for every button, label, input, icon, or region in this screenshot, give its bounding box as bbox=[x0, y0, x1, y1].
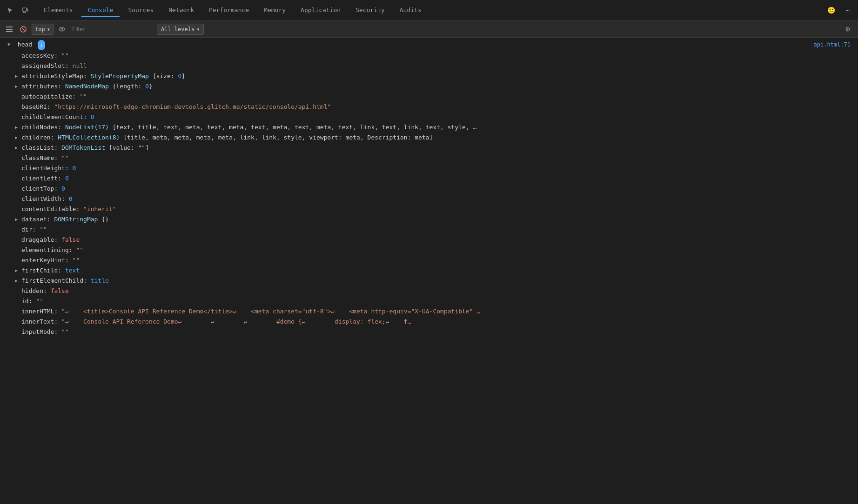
eye-icon[interactable] bbox=[56, 24, 67, 35]
tab-security[interactable]: Security bbox=[349, 4, 391, 17]
more-icon[interactable]: ⋯ bbox=[841, 4, 854, 17]
svg-rect-6 bbox=[6, 29, 13, 30]
tab-elements[interactable]: Elements bbox=[37, 4, 80, 17]
cursor-icon[interactable] bbox=[4, 4, 17, 17]
levels-selector[interactable]: All levels ▾ bbox=[157, 24, 204, 35]
prop-children[interactable]: children: HTMLCollection(8) [title, meta… bbox=[0, 133, 858, 143]
tab-bar: Elements Console Sources Network Perform… bbox=[0, 0, 858, 21]
expand-arrow[interactable] bbox=[15, 215, 20, 224]
prop-clientHeight: clientHeight: 0 bbox=[0, 163, 858, 173]
expand-arrow[interactable] bbox=[15, 123, 20, 132]
chevron-down-icon: ▾ bbox=[196, 26, 200, 33]
console-output: api.html:71 head i accessKey: "" assigne… bbox=[0, 38, 858, 504]
context-label: top bbox=[35, 26, 45, 33]
prop-contentEditable: contentEditable: "inherit" bbox=[0, 204, 858, 214]
toolbar-right: ⚙ bbox=[841, 23, 854, 36]
head-label: head bbox=[14, 40, 36, 49]
settings-icon[interactable]: ⚙ bbox=[841, 23, 854, 36]
svg-rect-7 bbox=[6, 31, 13, 32]
levels-label: All levels bbox=[161, 26, 194, 33]
tab-network[interactable]: Network bbox=[162, 4, 201, 17]
expand-arrow[interactable] bbox=[15, 72, 20, 81]
prop-innerHTML: innerHTML: "↵ <title>Console API Referen… bbox=[0, 306, 858, 317]
context-selector[interactable]: top ▾ bbox=[32, 24, 54, 35]
prop-id: id: "" bbox=[0, 296, 858, 306]
prop-dataset[interactable]: dataset: DOMStringMap {} bbox=[0, 214, 858, 225]
prop-clientTop: clientTop: 0 bbox=[0, 184, 858, 194]
tab-bar-icons bbox=[4, 4, 32, 17]
prop-attributeStyleMap[interactable]: attributeStyleMap: StylePropertyMap {siz… bbox=[0, 71, 858, 81]
source-link[interactable]: api.html:71 bbox=[814, 41, 851, 48]
prop-dir: dir: "" bbox=[0, 225, 858, 235]
prop-inputMode: inputMode: "" bbox=[0, 327, 858, 337]
sidebar-toggle-button[interactable] bbox=[4, 24, 15, 35]
prop-baseURI: baseURI: "https://microsoft-edge-chromiu… bbox=[0, 102, 858, 112]
device-icon[interactable] bbox=[19, 4, 32, 17]
prop-assignedSlot: assignedSlot: null bbox=[0, 61, 858, 71]
chevron-down-icon: ▾ bbox=[47, 26, 50, 33]
prop-accessKey: accessKey: "" bbox=[0, 51, 858, 61]
svg-rect-1 bbox=[27, 9, 28, 11]
tab-bar-right: 🙂 ⋯ bbox=[824, 4, 854, 17]
filter-input[interactable] bbox=[70, 25, 154, 33]
tab-application[interactable]: Application bbox=[294, 4, 347, 17]
prop-childElementCount: childElementCount: 8 bbox=[0, 112, 858, 122]
prop-childNodes[interactable]: childNodes: NodeList(17) [text, title, t… bbox=[0, 122, 858, 133]
tab-memory[interactable]: Memory bbox=[257, 4, 292, 17]
expand-arrow[interactable] bbox=[15, 266, 20, 275]
prop-autocapitalize: autocapitalize: "" bbox=[0, 92, 858, 102]
prop-attributes[interactable]: attributes: NamedNodeMap {length: 0} bbox=[0, 81, 858, 92]
svg-rect-0 bbox=[22, 8, 27, 11]
expand-arrow[interactable] bbox=[15, 133, 20, 142]
emoji-icon[interactable]: 🙂 bbox=[824, 4, 838, 17]
tab-sources[interactable]: Sources bbox=[121, 4, 160, 17]
tab-audits[interactable]: Audits bbox=[393, 4, 428, 17]
head-object-line[interactable]: head i bbox=[0, 40, 858, 51]
expand-arrow[interactable] bbox=[15, 143, 20, 153]
expand-arrow[interactable] bbox=[7, 40, 13, 49]
prop-clientLeft: clientLeft: 0 bbox=[0, 173, 858, 184]
tab-console[interactable]: Console bbox=[81, 4, 120, 17]
expand-arrow[interactable] bbox=[15, 82, 20, 91]
clear-console-button[interactable] bbox=[18, 24, 29, 35]
prop-firstChild[interactable]: firstChild: text bbox=[0, 265, 858, 276]
prop-innerText: innerText: "↵ Console API Reference Demo… bbox=[0, 317, 858, 327]
svg-rect-5 bbox=[6, 27, 13, 27]
svg-line-9 bbox=[22, 28, 25, 31]
prop-classList[interactable]: classList: DOMTokenList [value: ""] bbox=[0, 143, 858, 153]
expand-arrow[interactable] bbox=[15, 276, 20, 285]
prop-className: className: "" bbox=[0, 153, 858, 163]
prop-draggable: draggable: false bbox=[0, 235, 858, 245]
prop-firstElementChild[interactable]: firstElementChild: title bbox=[0, 276, 858, 286]
prop-enterKeyHint: enterKeyHint: "" bbox=[0, 255, 858, 265]
toolbar: top ▾ All levels ▾ ⚙ bbox=[0, 21, 858, 38]
prop-clientWidth: clientWidth: 0 bbox=[0, 194, 858, 204]
svg-point-10 bbox=[59, 27, 65, 31]
prop-elementTiming: elementTiming: "" bbox=[0, 245, 858, 255]
info-badge[interactable]: i bbox=[38, 40, 45, 50]
prop-hidden: hidden: false bbox=[0, 286, 858, 296]
tab-performance[interactable]: Performance bbox=[202, 4, 255, 17]
svg-point-11 bbox=[61, 28, 63, 30]
